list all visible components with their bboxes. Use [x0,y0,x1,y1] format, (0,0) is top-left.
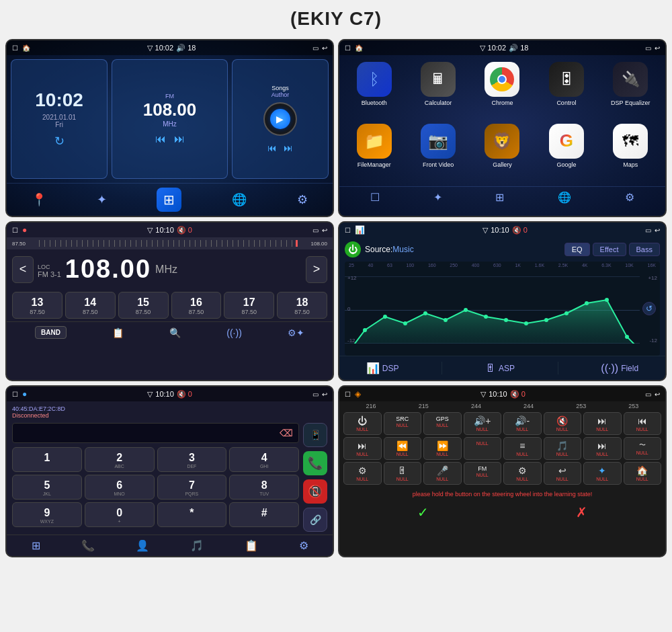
app-maps[interactable]: 🗺 Maps [601,124,660,180]
cancel-button[interactable]: ✗ [576,504,587,520]
sw-skip-button[interactable]: ⏭NULL [583,437,622,460]
key-3[interactable]: 3DEF [157,447,227,472]
key-2[interactable]: 2ABC [85,447,155,472]
key-hash[interactable]: # [229,502,299,527]
confirm-button[interactable]: ✓ [417,504,429,520]
asp-button[interactable]: 🎚 ASP [485,362,515,374]
sw-ff-button[interactable]: ⏭NULL [343,437,382,460]
preset-14[interactable]: 14 87.50 [65,292,116,319]
preset-16[interactable]: 16 87.50 [171,292,222,319]
sw-power-button[interactable]: ⏻NULL [343,412,382,435]
radio-prev-button[interactable]: < [12,256,34,283]
sw-src-button[interactable]: SRCNULL [384,412,422,435]
key-8[interactable]: 8TUV [229,475,299,500]
preset-13[interactable]: 13 87.50 [12,292,62,319]
radio-settings-button[interactable]: ⚙✦ [288,327,304,338]
s2-bt-button[interactable]: ✦ [433,191,442,204]
s5-settings-button[interactable]: ⚙ [299,539,308,552]
play-button[interactable]: ▶ [270,109,290,129]
location-button[interactable]: 📍 [32,192,46,207]
call-button[interactable]: 📞 [303,451,327,475]
sw-gps-button[interactable]: GPSNULL [423,412,462,435]
app-frontvideo[interactable]: 📷 Front Video [409,124,467,180]
sw-bt-button[interactable]: ✦NULL [583,462,622,485]
backspace-button[interactable]: ⌫ [280,428,293,438]
refresh-button[interactable]: ↻ [54,134,65,149]
sw-config-button[interactable]: ⚙NULL [503,462,542,485]
sw-home-button[interactable]: 🏠NULL [624,462,662,485]
phone-icon-button: 📱 [303,423,327,447]
globe-button[interactable]: 🌐 [232,192,247,207]
search-button[interactable]: 🔍 [169,327,181,338]
s5-grid-button[interactable]: ⊞ [32,539,40,552]
signal-button[interactable]: ((·)) [226,327,242,338]
sw-rw-button[interactable]: ⏪NULL [384,437,422,460]
sw-prev-button[interactable]: ⏮NULL [624,412,662,435]
s5-contacts-button[interactable]: 👤 [136,539,149,552]
sw-next-button[interactable]: ⏭NULL [583,412,622,435]
sw-music-button[interactable]: 🎵NULL [544,437,582,460]
s2-globe-button[interactable]: 🌐 [558,191,571,204]
bluetooth-bottom-button[interactable]: ✦ [97,192,107,207]
key-4[interactable]: 4GHI [229,447,299,472]
settings-button[interactable]: ⚙ [297,192,308,207]
sw-eq-button[interactable]: 🎚NULL [384,462,422,485]
sw-vol-down-button[interactable]: 🔊-NULL [503,412,542,435]
key-0[interactable]: 0+ [85,502,155,527]
sw-empty-button[interactable]: NULL [464,437,502,460]
sw-menu-button[interactable]: ≡NULL [503,437,542,460]
band-button[interactable]: BAND [35,326,67,339]
app-gallery[interactable]: 🦁 Gallery [473,124,532,180]
sound-s2: 🔊 18 [509,44,528,52]
music-next-button[interactable]: ⏭ [284,143,293,153]
preset-17[interactable]: 17 87.50 [224,292,274,319]
sw-mute-button[interactable]: 🔇NULL [544,412,582,435]
s5-music-button[interactable]: 🎵 [190,539,204,552]
prev-track-button[interactable]: ⏮ [155,133,166,145]
key-9[interactable]: 9WXYZ [12,502,82,527]
app-filemanager[interactable]: 📁 FileManager [345,124,403,180]
svg-point-2 [363,328,367,332]
app-dsp[interactable]: 🔌 DSP Equalizer [601,62,660,118]
dsp-button[interactable]: 📊 DSP [366,362,399,374]
link-button[interactable]: 🔗 [303,508,327,532]
music-prev-button[interactable]: ⏮ [267,143,277,153]
s5-list-button[interactable]: 📋 [245,539,258,552]
app-control[interactable]: 🎛 Control [537,62,595,118]
eq-power-button[interactable]: ⏻ [345,241,361,258]
radio-next-button[interactable]: > [306,256,327,283]
sw-fw-button[interactable]: ⏩NULL [423,437,462,460]
key-6[interactable]: 6MNO [85,475,155,500]
preset-18[interactable]: 18 87.50 [277,292,327,319]
screen-apps: ☐ 🏠 ▽ 10:02 🔊 18 ▭ ↩ ᛒ Bluetooth [338,39,667,217]
app-chrome[interactable]: Chrome [473,62,532,118]
eq-tab-effect[interactable]: Effect [593,243,626,256]
eq-tab-eq[interactable]: EQ [564,243,590,256]
app-calculator[interactable]: 🖩 Calculator [409,62,467,118]
home-grid-button[interactable]: ⊞ [157,188,181,212]
list-button[interactable]: 📋 [112,327,124,338]
hangup-button[interactable]: 📵 [303,479,327,504]
sw-mic-button[interactable]: 🎤NULL [423,462,462,485]
app-bluetooth[interactable]: ᛒ Bluetooth [345,62,403,118]
sw-back-button[interactable]: ↩NULL [544,462,582,485]
eq-tab-bass[interactable]: Bass [629,243,660,256]
s2-settings-button[interactable]: ⚙ [625,191,634,204]
sw-settings-button[interactable]: ⚙NULL [343,462,382,485]
sw-wave-button[interactable]: 〜NULL [624,437,662,460]
key-1[interactable]: 1 [12,447,82,472]
preset-15[interactable]: 15 87.50 [118,292,169,319]
key-star[interactable]: * [157,502,227,527]
next-track-button[interactable]: ⏭ [174,133,185,145]
s2-home-button[interactable]: ☐ [370,191,380,204]
key-7[interactable]: 7PQRS [157,475,227,500]
eq-reset-button[interactable]: ↺ [642,302,656,315]
calculator-icon: 🖩 [421,62,456,97]
key-5[interactable]: 5JKL [12,475,82,500]
s5-phone-button[interactable]: 📞 [81,539,95,552]
sw-vol-up-button[interactable]: 🔊+NULL [464,412,502,435]
sw-fm-button[interactable]: FMNULL [464,462,502,485]
s2-grid-button[interactable]: ⊞ [495,191,504,204]
app-google[interactable]: G Google [537,124,595,180]
field-button[interactable]: ((·)) Field [601,362,638,374]
